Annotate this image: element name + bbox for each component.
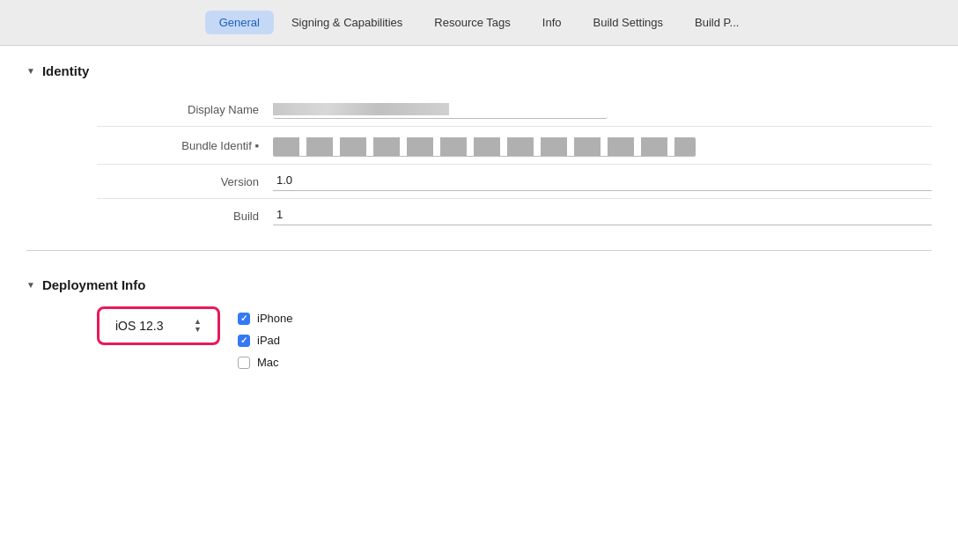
device-iphone: iPhone bbox=[238, 312, 292, 325]
device-ipad: iPad bbox=[238, 334, 292, 347]
mac-checkbox[interactable] bbox=[238, 357, 250, 369]
display-name-label: Display Name bbox=[97, 103, 273, 116]
ipad-checkbox[interactable] bbox=[238, 335, 250, 347]
bundle-id-value[interactable] bbox=[273, 137, 696, 157]
device-list: iPhone iPad Mac bbox=[238, 306, 292, 369]
iphone-checkbox[interactable] bbox=[238, 313, 250, 325]
deployment-body: iOS 12.3 ▲▼ iPhone iPad Mac bbox=[97, 306, 932, 369]
content-area: ▼ Identity Display Name Bundle Identif ▪… bbox=[0, 46, 958, 560]
identity-section-header: ▼ Identity bbox=[26, 63, 932, 78]
iphone-label: iPhone bbox=[257, 312, 292, 325]
display-name-value[interactable] bbox=[273, 99, 608, 119]
deployment-collapse-triangle[interactable]: ▼ bbox=[26, 280, 35, 290]
version-value[interactable]: 1.0 bbox=[273, 172, 932, 191]
identity-section-title: Identity bbox=[42, 63, 89, 78]
bundle-id-label: Bundle Identif ▪ bbox=[97, 139, 273, 152]
identity-section: ▼ Identity Display Name Bundle Identif ▪… bbox=[0, 46, 958, 241]
tab-build-settings[interactable]: Build Settings bbox=[579, 11, 678, 34]
build-value[interactable]: 1 bbox=[273, 206, 932, 225]
field-version: Version 1.0 bbox=[97, 165, 932, 199]
tab-bar: GeneralSigning & CapabilitiesResource Ta… bbox=[0, 0, 958, 46]
field-build: Build 1 bbox=[97, 199, 932, 232]
identity-form: Display Name Bundle Identif ▪ Version 1.… bbox=[97, 92, 932, 232]
build-label: Build bbox=[97, 210, 273, 223]
tab-general[interactable]: General bbox=[205, 11, 274, 34]
field-display-name: Display Name bbox=[97, 92, 932, 127]
field-bundle-id: Bundle Identif ▪ bbox=[97, 127, 932, 165]
tab-signing[interactable]: Signing & Capabilities bbox=[277, 11, 416, 34]
deployment-section-header: ▼ Deployment Info bbox=[26, 277, 932, 292]
version-label: Version bbox=[97, 175, 273, 188]
section-divider bbox=[26, 250, 932, 251]
mac-label: Mac bbox=[257, 356, 279, 369]
ios-stepper-icon[interactable]: ▲▼ bbox=[194, 318, 202, 334]
device-mac: Mac bbox=[238, 356, 292, 369]
ios-version-label: iOS 12.3 bbox=[115, 319, 163, 333]
ios-version-selector[interactable]: iOS 12.3 ▲▼ bbox=[97, 306, 220, 345]
tab-info[interactable]: Info bbox=[528, 11, 576, 34]
tab-build-phases[interactable]: Build P... bbox=[681, 11, 753, 34]
ipad-label: iPad bbox=[257, 334, 280, 347]
deployment-section-title: Deployment Info bbox=[42, 277, 146, 292]
tab-resource-tags[interactable]: Resource Tags bbox=[420, 11, 524, 34]
identity-collapse-triangle[interactable]: ▼ bbox=[26, 66, 35, 76]
deployment-section: ▼ Deployment Info iOS 12.3 ▲▼ iPhone iPa… bbox=[0, 260, 958, 387]
